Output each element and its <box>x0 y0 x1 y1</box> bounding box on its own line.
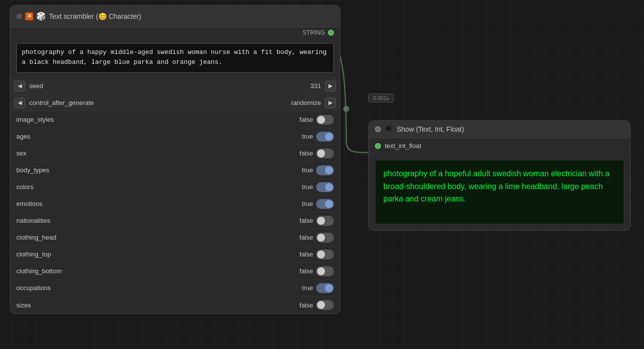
param-label-colors: colors <box>16 183 302 191</box>
show-node: 👁 Show (Text, Int, Float) text_int_float… <box>368 120 631 231</box>
param-label-sex: sex <box>16 150 300 157</box>
param-toggle-clothing_head[interactable] <box>316 233 334 243</box>
output-text: photography of a happy middle-aged swedi… <box>16 43 334 73</box>
timer-value: 0.001s <box>373 95 389 101</box>
param-toggle-knob-clothing_top <box>317 250 325 258</box>
control-label: control_after_generate <box>29 99 291 106</box>
param-label-emotions: emotions <box>16 200 302 207</box>
param-toggle-clothing_top[interactable] <box>316 249 334 259</box>
header-dot <box>16 13 22 19</box>
param-value-nationalities: false <box>300 217 313 224</box>
control-value: randomize <box>291 99 321 106</box>
timer-badge: 0.001s <box>368 94 394 102</box>
param-label-ages: ages <box>16 133 302 140</box>
param-toggle-knob-emotions <box>325 200 333 208</box>
show-output-text: photography of a hopeful adult swedish w… <box>375 160 624 224</box>
param-label-body_types: body_types <box>16 166 302 174</box>
seed-row: ◀ seed 331 ▶ <box>10 78 340 95</box>
show-node-header: 👁 Show (Text, Int, Float) <box>369 121 630 138</box>
param-row-nationalities: nationalitiesfalse <box>10 212 340 229</box>
param-value-colors: true <box>302 183 313 191</box>
string-label: STRING <box>303 29 325 36</box>
param-row-clothing_top: clothing_topfalse <box>10 246 340 263</box>
param-row-clothing_head: clothing_headfalse <box>10 229 340 246</box>
param-label-image_styles: image_styles <box>16 116 300 123</box>
param-row-image_styles: image_stylesfalse <box>10 111 340 128</box>
svg-point-0 <box>343 106 349 112</box>
param-value-image_styles: false <box>300 116 313 123</box>
dice-icon-header: 🎲 <box>36 11 46 21</box>
tif-connector[interactable] <box>375 143 381 149</box>
param-value-emotions: true <box>302 200 313 207</box>
param-row-emotions: emotionstrue <box>10 196 340 212</box>
param-value-sex: false <box>300 150 313 157</box>
param-toggle-knob-clothing_bottom <box>317 267 325 275</box>
param-row-sex: sexfalse <box>10 145 340 162</box>
param-toggle-image_styles[interactable] <box>316 115 334 125</box>
param-row-body_types: body_typestrue <box>10 162 340 179</box>
scrambler-title: Text scrambler (😊 Character) <box>49 12 141 20</box>
tif-label: text_int_float <box>385 142 421 150</box>
show-node-title: Show (Text, Int, Float) <box>397 125 464 133</box>
param-toggle-colors[interactable] <box>316 182 334 192</box>
string-output-row: STRING <box>10 27 340 38</box>
control-right-arrow[interactable]: ▶ <box>325 98 336 108</box>
param-toggle-knob-body_types <box>325 166 333 174</box>
param-row-clothing_bottom: clothing_bottomfalse <box>10 263 340 280</box>
param-value-clothing_head: false <box>300 234 313 241</box>
show-node-dot <box>375 126 381 132</box>
param-toggle-occupations[interactable] <box>316 283 334 293</box>
param-toggle-knob-colors <box>325 183 333 191</box>
string-output-connector[interactable] <box>328 30 334 36</box>
seed-right-arrow[interactable]: ▶ <box>325 81 336 92</box>
param-value-sizes: false <box>300 301 313 309</box>
param-label-clothing_bottom: clothing_bottom <box>16 267 300 275</box>
param-label-clothing_head: clothing_head <box>16 234 300 241</box>
param-toggle-emotions[interactable] <box>316 199 334 209</box>
seed-left-arrow[interactable]: ◀ <box>14 81 25 92</box>
param-toggle-sizes[interactable] <box>316 300 334 310</box>
param-label-nationalities: nationalities <box>16 217 300 224</box>
param-toggle-knob-sizes <box>317 301 325 309</box>
param-toggle-body_types[interactable] <box>316 165 334 175</box>
param-label-occupations: occupations <box>16 284 302 292</box>
control-row: ◀ control_after_generate randomize ▶ <box>10 95 340 111</box>
scrambler-node-header: ✕ 🎲 Text scrambler (😊 Character) <box>10 5 340 27</box>
param-row-ages: agestrue <box>10 128 340 145</box>
param-toggle-clothing_bottom[interactable] <box>316 266 334 276</box>
text-int-float-row: text_int_float <box>369 138 630 154</box>
param-toggle-nationalities[interactable] <box>316 216 334 226</box>
param-row-colors: colorstrue <box>10 179 340 196</box>
seed-value: 331 <box>310 82 321 90</box>
param-toggle-knob-ages <box>325 133 333 141</box>
control-left-arrow[interactable]: ◀ <box>14 98 25 108</box>
param-row-sizes: sizesfalse <box>10 297 340 313</box>
param-toggle-ages[interactable] <box>316 132 334 142</box>
param-value-occupations: true <box>302 284 313 292</box>
scrambler-node: ✕ 🎲 Text scrambler (😊 Character) STRING … <box>10 5 340 314</box>
param-row-occupations: occupationstrue <box>10 280 340 297</box>
params-container: image_stylesfalseagestruesexfalsebody_ty… <box>10 111 340 313</box>
param-value-clothing_top: false <box>300 250 313 258</box>
seed-label: seed <box>29 82 310 90</box>
param-value-body_types: true <box>302 166 313 174</box>
x-icon: ✕ <box>25 12 33 20</box>
eye-icon: 👁 <box>385 125 393 134</box>
param-toggle-sex[interactable] <box>316 149 334 158</box>
param-toggle-knob-sex <box>317 150 325 157</box>
param-toggle-knob-nationalities <box>317 217 325 225</box>
param-toggle-knob-occupations <box>325 284 333 292</box>
param-toggle-knob-clothing_head <box>317 234 325 242</box>
param-value-clothing_bottom: false <box>300 267 313 275</box>
param-label-clothing_top: clothing_top <box>16 250 300 258</box>
param-value-ages: true <box>302 133 313 140</box>
param-label-sizes: sizes <box>16 301 300 309</box>
param-toggle-knob-image_styles <box>317 116 325 124</box>
